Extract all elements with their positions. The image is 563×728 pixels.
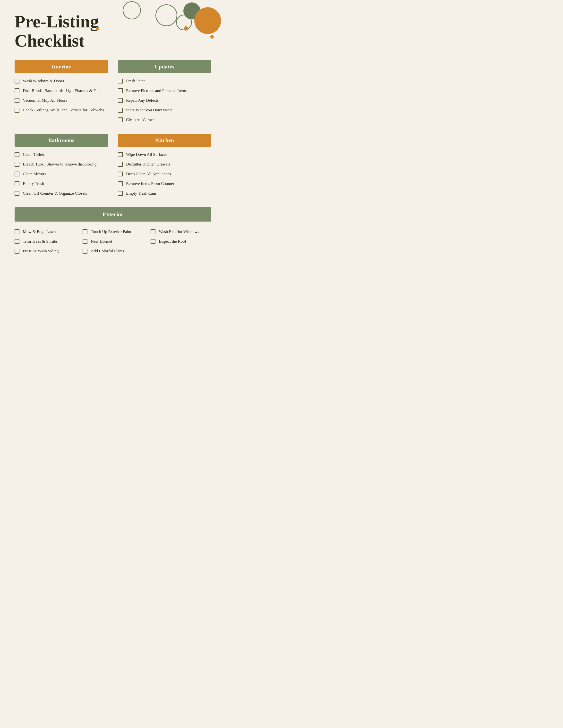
bathrooms-header: Bathrooms [15, 134, 108, 147]
list-item: Clean Mirrors [15, 171, 108, 177]
top-sections: Interior Wash Windows & Doors Dust Blind… [15, 60, 211, 126]
list-item: Clean Off Counter & Organize Closets [15, 190, 108, 196]
list-item: Remove Items From Counter [118, 181, 211, 187]
checkbox[interactable] [15, 191, 19, 196]
list-item: Mow & Edge Lawn [15, 229, 75, 235]
exterior-header: Exterior [15, 207, 211, 222]
checkbox[interactable] [118, 79, 123, 83]
kitchen-checklist: Wipe Down All Surfaces Declutter Kitchen… [118, 152, 211, 196]
list-item: Fresh Paint [118, 78, 211, 84]
checkbox[interactable] [15, 152, 19, 157]
list-item: Check Ceilings, Walls, and Corners for C… [15, 107, 108, 113]
list-item: Trim Trees & Shrubs [15, 239, 75, 244]
checkbox[interactable] [150, 229, 155, 234]
updates-header: Updates [118, 60, 211, 73]
checkbox[interactable] [15, 239, 19, 244]
checkbox[interactable] [15, 162, 19, 167]
checkbox[interactable] [15, 181, 19, 186]
list-item: Clean All Carpets [118, 117, 211, 123]
list-item: Inspect the Roof [150, 239, 211, 244]
page: Pre-Listing Checklist Interior Wash Wind… [0, 0, 226, 291]
list-item: Repair Any Defects [118, 98, 211, 103]
interior-header: Interior [15, 60, 108, 73]
checkbox[interactable] [118, 162, 123, 167]
interior-section: Interior Wash Windows & Doors Dust Blind… [15, 60, 108, 126]
list-item: Wash Windows & Doors [15, 78, 108, 84]
checkbox[interactable] [118, 152, 123, 157]
list-item: Clean Toilets [15, 152, 108, 157]
page-title: Pre-Listing Checklist [15, 12, 211, 50]
checkbox[interactable] [118, 181, 123, 186]
list-item: Store What you Don't Need [118, 107, 211, 113]
checkbox[interactable] [83, 239, 87, 244]
list-item: Vacuum & Mop All Floors [15, 98, 108, 103]
checkbox[interactable] [15, 98, 19, 103]
checkbox[interactable] [15, 88, 19, 93]
checkbox[interactable] [150, 239, 155, 244]
checkbox[interactable] [15, 108, 19, 113]
list-item: Pressure Wash Siding [15, 248, 75, 254]
kitchen-section: Kitchen Wipe Down All Surfaces Declutter… [118, 134, 211, 200]
checkbox[interactable] [15, 229, 19, 234]
list-item: New Dormet [83, 239, 143, 244]
checkbox[interactable] [118, 98, 123, 103]
checkbox[interactable] [15, 79, 19, 83]
checkbox[interactable] [83, 229, 87, 234]
list-item: Wipe Down All Surfaces [118, 152, 211, 157]
list-item: Remove Pictures and Personal Items [118, 88, 211, 94]
bathrooms-section: Bathrooms Clean Toilets Bleach Tubs / Sh… [15, 134, 108, 200]
exterior-section: Exterior Mow & Edge Lawn Trim Trees & Sh… [15, 207, 211, 258]
checkbox[interactable] [118, 108, 123, 113]
list-item: Empty Trash Cans [118, 190, 211, 196]
exterior-checklist: Mow & Edge Lawn Trim Trees & Shrubs Pres… [15, 229, 211, 258]
list-item: Declutter Kitchen Drawers [118, 161, 211, 167]
updates-checklist: Fresh Paint Remove Pictures and Personal… [118, 78, 211, 123]
list-item: Dust Blinds, Baseboards, LightFixtures &… [15, 88, 108, 94]
list-item: Bleach Tubs / Shower to remove discolori… [15, 161, 108, 167]
checkbox[interactable] [83, 249, 87, 254]
list-item: Deep Clean All Appliances [118, 171, 211, 177]
list-item: Wash Exterior Windows [150, 229, 211, 235]
checkbox[interactable] [15, 249, 19, 254]
interior-checklist: Wash Windows & Doors Dust Blinds, Basebo… [15, 78, 108, 113]
title-section: Pre-Listing Checklist [15, 12, 211, 50]
checkbox[interactable] [118, 172, 123, 176]
list-item: Add Colorful Plants [83, 248, 143, 254]
bathrooms-checklist: Clean Toilets Bleach Tubs / Shower to re… [15, 152, 108, 196]
checkbox[interactable] [118, 88, 123, 93]
exterior-col2: Touch Up Exterior Paint New Dormet Add C… [83, 229, 143, 258]
exterior-col3: Wash Exterior Windows Inspect the Roof [150, 229, 211, 258]
kitchen-header: Kitchen [118, 134, 211, 147]
list-item: Touch Up Exterior Paint [83, 229, 143, 235]
list-item: Empty Trash [15, 181, 108, 187]
updates-section: Updates Fresh Paint Remove Pictures and … [118, 60, 211, 126]
checkbox[interactable] [15, 172, 19, 176]
exterior-col1: Mow & Edge Lawn Trim Trees & Shrubs Pres… [15, 229, 75, 258]
checkbox[interactable] [118, 117, 123, 122]
checkbox[interactable] [118, 191, 123, 196]
middle-sections: Bathrooms Clean Toilets Bleach Tubs / Sh… [15, 134, 211, 200]
